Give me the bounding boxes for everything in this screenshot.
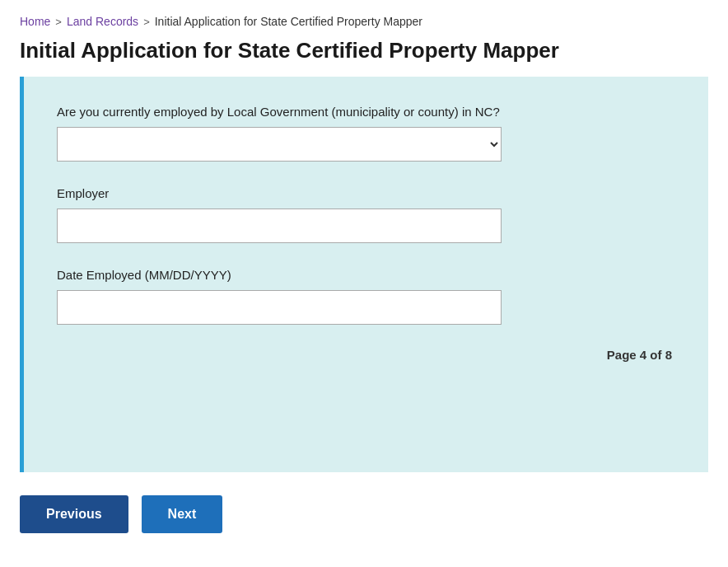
- employer-group: Employer: [57, 185, 675, 243]
- local-government-group: Are you currently employed by Local Gove…: [57, 103, 675, 162]
- employer-input[interactable]: [57, 209, 502, 243]
- date-employed-group: Date Employed (MM/DD/YYYY): [57, 266, 675, 325]
- previous-button[interactable]: Previous: [20, 495, 128, 533]
- breadcrumb: Home > Land Records > Initial Applicatio…: [0, 0, 728, 38]
- date-employed-input[interactable]: [57, 290, 502, 325]
- form-container: Are you currently employed by Local Gove…: [20, 77, 708, 472]
- employer-label: Employer: [57, 185, 675, 202]
- breadcrumb-home-link[interactable]: Home: [20, 15, 50, 28]
- next-button[interactable]: Next: [142, 495, 223, 533]
- page-title: Initial Application for State Certified …: [0, 38, 728, 77]
- date-employed-label: Date Employed (MM/DD/YYYY): [57, 266, 675, 284]
- breadcrumb-separator-1: >: [55, 16, 62, 28]
- button-row: Previous Next: [20, 495, 708, 533]
- breadcrumb-separator-2: >: [143, 16, 150, 28]
- page-indicator: Page 4 of 8: [57, 348, 675, 362]
- local-government-select[interactable]: Yes No: [57, 127, 502, 162]
- local-government-label: Are you currently employed by Local Gove…: [57, 103, 675, 120]
- breadcrumb-land-records-link[interactable]: Land Records: [67, 15, 138, 28]
- breadcrumb-current: Initial Application for State Certified …: [155, 15, 422, 28]
